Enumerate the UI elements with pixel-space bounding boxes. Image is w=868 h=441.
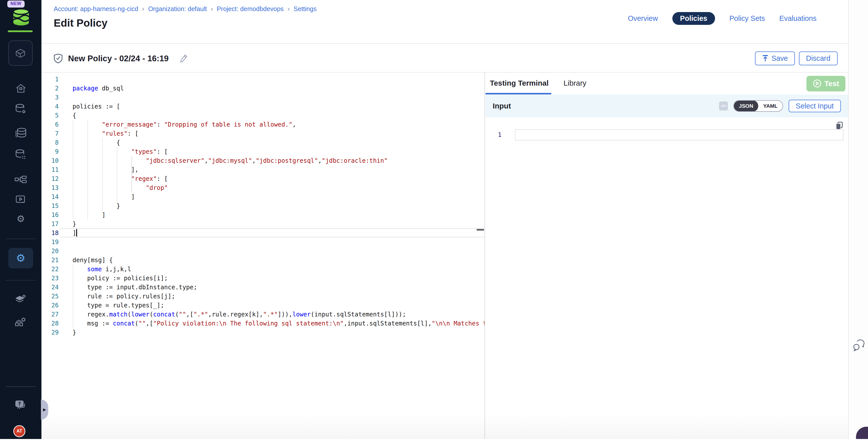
policy-name: New Policy - 02/24 - 16:19	[68, 54, 168, 63]
save-button[interactable]: Save	[755, 52, 795, 65]
line-number: 4	[41, 102, 59, 111]
toggle-yaml[interactable]: YAML	[758, 100, 783, 112]
line-number: 25	[41, 292, 59, 301]
format-toggle[interactable]: JSON YAML	[733, 100, 783, 112]
code-line-22[interactable]: 22 some i,j,k,l	[41, 265, 484, 274]
code-line-24[interactable]: 24 type := input.dbInstance.type;	[41, 283, 484, 292]
code-line-5[interactable]: 5{	[41, 111, 484, 120]
user-avatar[interactable]: AT	[13, 425, 25, 437]
sidebar: NEW	[0, 0, 41, 439]
toggle-json[interactable]: JSON	[734, 100, 758, 112]
chat-bubbles-icon[interactable]	[852, 339, 865, 352]
tab-evaluations[interactable]: Evaluations	[779, 14, 816, 23]
org-gear-icon	[14, 316, 27, 328]
tab-library[interactable]: Library	[564, 79, 586, 87]
sidebar-divider	[5, 386, 36, 387]
code-line-16[interactable]: 16 ]	[41, 211, 484, 220]
select-input-button[interactable]: Select Input	[788, 100, 841, 113]
line-number: 24	[41, 283, 59, 292]
code-line-15[interactable]: 15 }	[41, 201, 484, 211]
breadcrumb-item[interactable]: Account: app-harness-ng-cicd	[54, 5, 138, 12]
code-line-12[interactable]: 12 "regex": [	[41, 174, 484, 183]
pipeline-icon	[14, 176, 27, 183]
sidebar-item-home[interactable]	[0, 84, 41, 94]
sidebar-divider	[5, 280, 36, 281]
breadcrumb-separator: ›	[287, 5, 290, 13]
code-line-21[interactable]: 21deny[msg] {	[41, 256, 484, 265]
sidebar-item-project-settings-active[interactable]: ⚙	[8, 248, 33, 269]
line-number: 11	[41, 165, 59, 174]
code-line-23[interactable]: 23 policy := policies[i];	[41, 274, 484, 283]
code-line-9[interactable]: 9 "types": [	[41, 147, 484, 156]
line-number: 12	[41, 174, 59, 183]
database-dots-icon	[15, 149, 27, 160]
code-line-19[interactable]: 19	[41, 238, 484, 247]
sidebar-divider-green	[8, 30, 33, 32]
code-line-2[interactable]: 2package db_sql	[41, 84, 484, 93]
code-line-11[interactable]: 11 ],	[41, 165, 484, 174]
tab-testing-terminal[interactable]: Testing Terminal	[490, 79, 549, 87]
code-line-25[interactable]: 25 rule := policy.rules[j];	[41, 292, 484, 301]
sidebar-item-org-settings[interactable]	[0, 316, 41, 328]
sidebar-item-help[interactable]: ?	[0, 400, 41, 411]
code-line-7[interactable]: 7 "rules": [	[41, 129, 484, 138]
sidebar-item-settings[interactable]: ⚙	[0, 214, 41, 223]
window-bottom-edge	[0, 439, 868, 441]
current-line-highlight	[59, 228, 485, 237]
sidebar-item-db-instances[interactable]	[0, 149, 41, 160]
line-number: 14	[41, 192, 59, 201]
input-line-number: 1	[486, 131, 502, 138]
policy-code-editor[interactable]: 12package db_sql34policies := [5{6 "erro…	[41, 72, 485, 439]
line-number: 16	[41, 211, 59, 220]
breadcrumb-item[interactable]: Organization: default	[148, 5, 207, 12]
code-line-6[interactable]: 6 "error_message": "Dropping of table is…	[41, 120, 484, 129]
copy-icon[interactable]	[835, 121, 843, 130]
code-line-10[interactable]: 10 "jdbc:sqlserver","jdbc:mysql","jdbc:p…	[41, 156, 484, 165]
sidebar-item-db-config[interactable]	[0, 103, 41, 115]
line-number: 3	[41, 93, 59, 102]
executions-icon	[15, 195, 26, 204]
line-number: 27	[41, 310, 59, 319]
discard-button[interactable]: Discard	[799, 52, 838, 65]
svg-text:?: ?	[18, 401, 21, 407]
code-line-20[interactable]: 20	[41, 247, 484, 256]
code-lines: 12package db_sql34policies := [5{6 "erro…	[41, 75, 484, 337]
breadcrumb-separator: ›	[211, 5, 213, 13]
input-bar: Input </> JSON YAML Select Input	[486, 95, 848, 117]
sidebar-item-pipelines[interactable]	[0, 176, 41, 183]
line-number: 22	[41, 265, 59, 274]
database-gear-icon	[15, 103, 27, 115]
sidebar-item-databases[interactable]	[0, 127, 41, 138]
input-line-1[interactable]: 1	[486, 129, 848, 140]
input-current-line[interactable]	[515, 129, 844, 140]
code-line-28[interactable]: 28 msg := concat("",["Policy violation:\…	[41, 319, 484, 328]
test-button[interactable]: Test	[806, 76, 845, 91]
tab-policies[interactable]: Policies	[672, 12, 715, 25]
code-line-14[interactable]: 14 ]	[41, 192, 484, 201]
code-line-8[interactable]: 8 {	[41, 138, 484, 147]
dbdevops-logo-icon[interactable]	[10, 8, 32, 26]
breadcrumb-separator: ›	[142, 5, 145, 13]
code-line-27[interactable]: 27 regex.match(lower(concat("",[".*",rul…	[41, 310, 484, 319]
sidebar-item-executions[interactable]	[0, 195, 41, 204]
sidebar-item-layers-settings[interactable]	[0, 293, 41, 304]
edit-pencil-icon[interactable]	[180, 54, 188, 63]
code-line-29[interactable]: 29}	[41, 328, 484, 337]
code-line-1[interactable]: 1	[41, 75, 484, 84]
code-line-17[interactable]: 17}	[41, 220, 484, 228]
code-line-13[interactable]: 13 "drop"	[41, 183, 484, 192]
module-cube-icon	[14, 47, 27, 60]
help-chat-icon: ?	[14, 400, 27, 411]
tab-overview[interactable]: Overview	[628, 14, 658, 23]
code-line-26[interactable]: 26 type = rule.types[_];	[41, 301, 484, 310]
code-line-3[interactable]: 3	[41, 93, 484, 102]
tab-policy-sets[interactable]: Policy Sets	[730, 14, 765, 23]
layers-gear-icon	[14, 293, 27, 304]
module-selector[interactable]	[8, 40, 33, 66]
breadcrumb-item[interactable]: Settings	[293, 5, 317, 12]
code-line-4[interactable]: 4policies := [	[41, 102, 484, 111]
upload-icon	[762, 55, 769, 62]
test-input-editor[interactable]: 1	[486, 117, 848, 439]
breadcrumb-item[interactable]: Project: demodbdevops	[217, 5, 284, 12]
database-stack-icon	[14, 127, 27, 138]
